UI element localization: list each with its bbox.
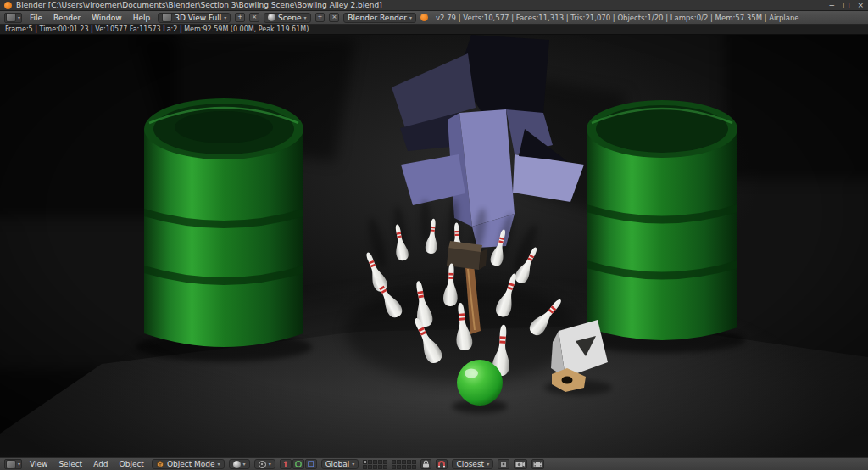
snap-target-button[interactable] [498, 459, 509, 469]
editor-type-icon [6, 460, 16, 469]
render-film-icon [533, 460, 542, 468]
magnet-icon [437, 460, 446, 468]
layer-cell[interactable] [412, 465, 416, 469]
scale-manipulator-icon[interactable] [305, 459, 317, 469]
viewport-header: ▾ View Select Add Object Object Mode ▾ ▾… [0, 457, 868, 470]
viewport-shading-selector[interactable]: ▾ [229, 459, 250, 469]
chevron-down-icon: ▾ [243, 462, 246, 467]
layer-cell[interactable] [392, 465, 396, 469]
scene-label: Scene [278, 14, 301, 22]
scene-delete-button[interactable]: × [329, 13, 339, 22]
screen-layout-selector[interactable]: 3D View Full ▾ [158, 13, 231, 23]
viewport-3d[interactable] [0, 35, 868, 457]
layer-cell[interactable] [407, 460, 411, 464]
menu-window[interactable]: Window [88, 13, 125, 23]
layer-cell[interactable] [392, 460, 396, 464]
chevron-down-icon: ▾ [18, 462, 20, 467]
chevron-down-icon: ▾ [224, 15, 226, 20]
lock-icon [422, 460, 430, 468]
maximize-button[interactable]: □ [843, 2, 850, 9]
titlebar: Blender [C:\Users\viroemer\Documents\Ble… [0, 0, 868, 11]
layer-cell[interactable] [397, 460, 401, 464]
menu-view[interactable]: View [26, 459, 51, 469]
menu-file[interactable]: File [26, 13, 46, 23]
chevron-down-icon: ▾ [352, 462, 354, 467]
chevron-down-icon: ▾ [487, 462, 489, 467]
chevron-down-icon: ▾ [18, 15, 20, 20]
layer-cell[interactable] [402, 460, 406, 464]
blender-logo-icon [420, 14, 428, 21]
mode-label: Object Mode [167, 460, 215, 468]
layer-cell[interactable] [412, 460, 416, 464]
chevron-down-icon: ▾ [304, 15, 307, 20]
layers-widget-right[interactable] [392, 460, 416, 469]
window-title: Blender [C:\Users\viroemer\Documents\Ble… [16, 1, 382, 9]
mode-selector[interactable]: Object Mode ▾ [152, 459, 225, 469]
object-mode-cube-icon [156, 460, 164, 468]
snap-element-selector[interactable]: Closest ▾ [452, 459, 493, 469]
info-header: ▾ File Render Window Help 3D View Full ▾… [0, 11, 868, 25]
layout-delete-button[interactable]: × [249, 13, 259, 22]
viewport-editor-type-button[interactable]: ▾ [4, 459, 22, 469]
menu-object[interactable]: Object [116, 459, 147, 469]
render-anim-button[interactable] [531, 459, 544, 469]
blender-window: Blender [C:\Users\viroemer\Documents\Ble… [0, 0, 868, 470]
layer-cell[interactable] [383, 465, 387, 469]
layout-label: 3D View Full [175, 14, 221, 22]
engine-label: Blender Render [348, 14, 407, 22]
layer-cell[interactable] [373, 465, 377, 469]
blender-logo-icon [4, 2, 12, 9]
render-engine-selector[interactable]: Blender Render ▾ [343, 13, 416, 23]
snap-target-icon [499, 460, 508, 468]
pivot-point-selector[interactable]: ▾ [254, 459, 275, 469]
layer-cell[interactable] [368, 465, 372, 469]
render-info-bar: Frame:5 | Time:00:01.23 | Ve:10577 Fa:11… [0, 25, 868, 35]
chevron-down-icon: ▾ [269, 462, 271, 467]
orientation-label: Global [326, 460, 350, 468]
layer-cell[interactable] [363, 465, 367, 469]
scene-add-button[interactable]: + [315, 13, 326, 22]
shading-sphere-icon [233, 461, 241, 468]
menu-help[interactable]: Help [130, 13, 154, 23]
layer-cell[interactable] [378, 465, 382, 469]
pivot-center-icon [259, 461, 266, 468]
render-camera-icon [515, 460, 526, 468]
render-stats-text: Frame:5 | Time:00:01.23 | Ve:10577 Fa:11… [5, 25, 309, 33]
layer-cell[interactable] [407, 465, 411, 469]
minimize-button[interactable]: − [828, 2, 835, 9]
layer-cell[interactable] [378, 460, 382, 464]
layer-cell[interactable] [373, 460, 377, 464]
snap-toggle-button[interactable] [436, 459, 448, 469]
lock-to-scene-button[interactable] [420, 459, 431, 469]
layer-cell[interactable] [397, 465, 401, 469]
chevron-down-icon: ▾ [409, 15, 412, 20]
scene-selector[interactable]: Scene ▾ [264, 13, 310, 23]
layer-cell[interactable] [368, 460, 372, 464]
translate-manipulator-icon[interactable] [280, 459, 292, 469]
snap-label: Closest [456, 460, 484, 468]
layer-cell[interactable] [383, 460, 387, 464]
menu-render[interactable]: Render [50, 13, 84, 23]
scene-icon [268, 14, 275, 21]
layout-add-button[interactable]: + [235, 13, 245, 22]
menu-add[interactable]: Add [90, 459, 111, 469]
layers-widget-left[interactable] [363, 460, 387, 469]
editor-type-button[interactable]: ▾ [4, 13, 22, 23]
layout-icon [162, 13, 172, 22]
render-still-button[interactable] [514, 459, 527, 469]
menu-select[interactable]: Select [55, 459, 86, 469]
chevron-down-icon: ▾ [218, 462, 220, 467]
editor-type-icon [6, 13, 16, 22]
vignette [0, 35, 868, 457]
close-button[interactable]: × [857, 2, 864, 9]
layer-cell[interactable] [402, 465, 406, 469]
rotate-manipulator-icon[interactable] [292, 459, 304, 469]
viewport-container [0, 35, 868, 457]
transform-orientation-selector[interactable]: Global ▾ [321, 459, 359, 469]
scene-statistics: v2.79 | Verts:10,577 | Faces:11,313 | Tr… [436, 14, 798, 22]
layer-cell[interactable] [363, 460, 367, 464]
manipulator-buttons [280, 459, 317, 469]
